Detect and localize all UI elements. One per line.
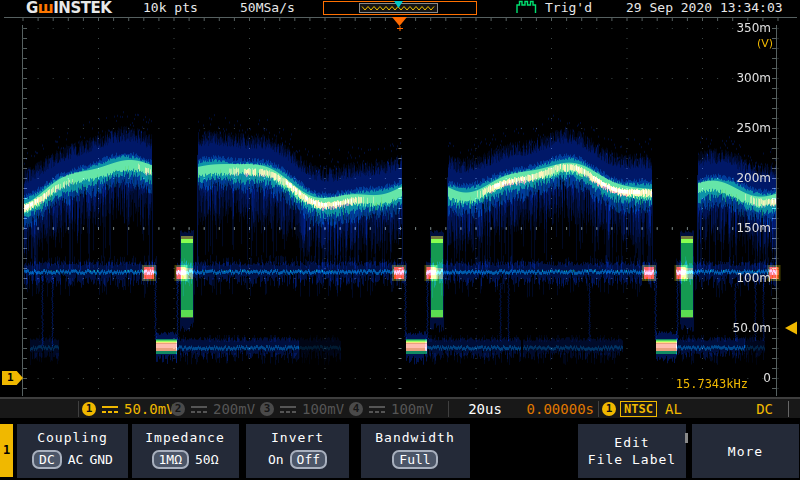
softkey-impedance[interactable]: Impedance1MΩ50Ω: [132, 424, 239, 478]
softkey-title: Coupling: [37, 429, 108, 446]
voltage-scale-label: 200m: [731, 171, 771, 185]
channel-number-badge: 2: [171, 402, 185, 416]
trigger-status: Trig'd: [545, 0, 592, 16]
trigger-coupling-readout[interactable]: DC: [743, 399, 773, 419]
separator: [598, 401, 599, 417]
channel-scale-value: 200mV: [213, 401, 255, 417]
horizontal-position-readout[interactable]: 0.00000s: [520, 399, 594, 419]
status-bar: 150.0mV2200mV3100mV4100mV 20us 0.00000s …: [0, 398, 800, 418]
option-dc[interactable]: DC: [32, 450, 62, 469]
softkey-more[interactable]: More: [692, 424, 799, 478]
tv-trigger-icon: [516, 0, 538, 14]
scope-display[interactable]: [0, 16, 800, 398]
voltage-scale-label: 50.0m: [731, 321, 771, 335]
softkey-options: OnOff: [268, 450, 327, 469]
channel-number-badge: 1: [82, 402, 96, 416]
logo-prefix: G: [26, 0, 38, 17]
softkey-title: More: [728, 443, 763, 460]
voltage-unit-label: (V): [757, 37, 773, 50]
datetime: 29 Sep 2020 13:34:03: [626, 0, 783, 16]
option-gnd[interactable]: GND: [89, 450, 112, 469]
softkey-title: Edit: [614, 434, 649, 451]
trigger-mode-readout[interactable]: AL: [665, 399, 682, 419]
softkey-coupling[interactable]: CouplingDCACGND: [17, 424, 128, 478]
voltage-scale-label: 100m: [731, 271, 771, 285]
channel-number-badge: 4: [349, 402, 363, 416]
option-ac[interactable]: AC: [68, 450, 84, 469]
option-50ω[interactable]: 50Ω: [195, 450, 218, 469]
voltage-scale-label: 150m: [731, 221, 771, 235]
voltage-scale-label: 350m: [731, 21, 771, 35]
logo-suffix: INSTEK: [53, 0, 111, 17]
softkey-bandwidth[interactable]: BandwidthFull: [361, 424, 470, 478]
top-bar: GшINSTEK 10k pts 50MSa/s Trig'd 29 Sep 2…: [0, 0, 800, 16]
timebase-readout[interactable]: 20us: [450, 399, 520, 419]
trigger-type-readout[interactable]: NTSC: [620, 401, 657, 417]
trigger-source-badge[interactable]: 1: [602, 402, 616, 416]
softkey-options: Full: [392, 450, 437, 469]
oscilloscope-screen: GшINSTEK 10k pts 50MSa/s Trig'd 29 Sep 2…: [0, 0, 800, 480]
option-on[interactable]: On: [268, 450, 284, 469]
separator: [788, 401, 789, 417]
separator: [78, 401, 79, 417]
softkey-title: File Label: [588, 451, 676, 468]
softkey-title: Bandwidth: [375, 429, 454, 446]
sample-rate: 50MSa/s: [240, 0, 295, 16]
softkey-title: Invert: [271, 429, 324, 446]
channel-scale-value: 100mV: [302, 401, 344, 417]
softkey-options: DCACGND: [32, 450, 113, 469]
voltage-scale-label: 250m: [731, 121, 771, 135]
channel-number-badge: 3: [260, 402, 274, 416]
brand-logo: GшINSTEK: [26, 0, 111, 16]
memory-bar[interactable]: [320, 0, 480, 16]
option-1mω[interactable]: 1MΩ: [152, 450, 189, 469]
softkey-options: 1MΩ50Ω: [152, 450, 219, 469]
channel-4-readout[interactable]: 4100mV: [349, 399, 433, 419]
separator: [448, 401, 449, 417]
softkey-menu: 1 CouplingDCACGNDImpedance1MΩ50ΩInvertOn…: [0, 420, 800, 480]
dc-coupling-icon: [280, 406, 296, 413]
softkey-invert[interactable]: InvertOnOff: [246, 424, 349, 478]
menu-channel-tab: 1: [0, 424, 13, 477]
dc-coupling-icon: [191, 406, 207, 413]
menu-scroll-indicator: [685, 433, 688, 443]
acquisition-depth: 10k pts: [143, 0, 198, 16]
softkey-title: Impedance: [145, 429, 224, 446]
option-off[interactable]: Off: [290, 450, 327, 469]
softkey-edit-file-label[interactable]: EditFile Label: [578, 424, 686, 478]
channel-3-readout[interactable]: 3100mV: [260, 399, 344, 419]
logo-symbol-icon: ш: [38, 0, 53, 17]
channel-scale-value: 100mV: [391, 401, 433, 417]
channel-2-readout[interactable]: 2200mV: [171, 399, 255, 419]
dc-coupling-icon: [102, 406, 118, 413]
voltage-scale-label: 300m: [731, 71, 771, 85]
channel-scale-value: 50.0mV: [124, 401, 175, 417]
option-full[interactable]: Full: [392, 450, 437, 469]
dc-coupling-icon: [369, 406, 385, 413]
frequency-counter: 15.7343kHz: [674, 377, 748, 391]
channel-1-readout[interactable]: 150.0mV: [82, 399, 175, 419]
